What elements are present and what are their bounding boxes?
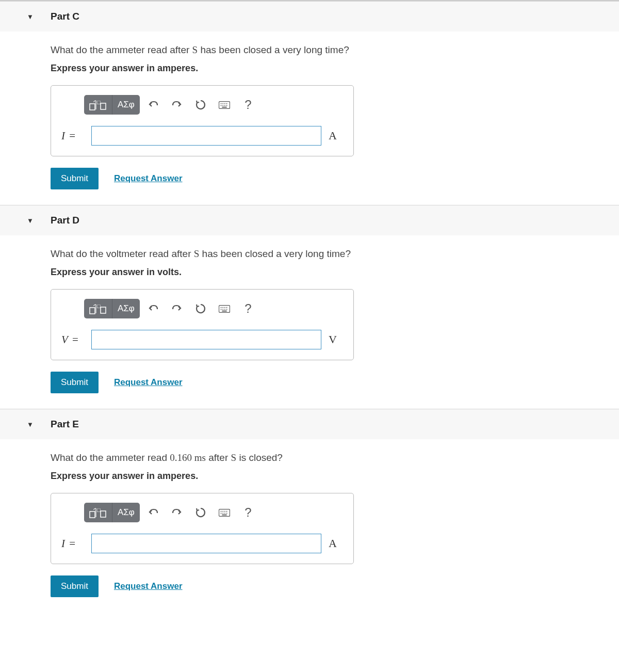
part-e-header[interactable]: ▼ Part E	[0, 409, 619, 439]
keyboard-button[interactable]	[214, 503, 235, 522]
redo-button[interactable]	[167, 503, 187, 522]
part-c: ▼ Part C What do the ammeter read after …	[0, 1, 619, 205]
svg-rect-13	[90, 308, 95, 314]
svg-point-17	[221, 307, 222, 308]
undo-button[interactable]	[143, 299, 164, 318]
submit-button[interactable]: Submit	[51, 372, 99, 393]
svg-rect-25	[222, 310, 226, 311]
svg-point-6	[224, 103, 225, 104]
part-e-answer-box: □ ΑΣφ ? I =	[51, 493, 354, 564]
svg-rect-28	[101, 511, 106, 517]
chevron-down-icon: ▼	[27, 13, 34, 21]
part-c-answer-input[interactable]	[91, 126, 321, 146]
redo-button[interactable]	[167, 299, 187, 318]
part-e-instruction: Express your answer in amperes.	[51, 471, 604, 482]
reset-button[interactable]	[190, 95, 211, 115]
part-c-title: Part C	[51, 11, 79, 22]
svg-point-36	[224, 513, 225, 514]
part-e-question: What do the ammeter read 0.160 ms after …	[51, 452, 604, 463]
symbols-button[interactable]: ΑΣφ	[112, 503, 140, 522]
svg-text:□: □	[97, 99, 101, 105]
svg-rect-26	[90, 511, 95, 518]
help-button[interactable]: ?	[238, 299, 258, 318]
svg-rect-0	[90, 104, 95, 110]
variable-label: I =	[61, 537, 84, 550]
request-answer-link[interactable]: Request Answer	[114, 581, 183, 591]
svg-point-24	[226, 309, 227, 310]
svg-rect-38	[222, 514, 226, 515]
part-c-question: What do the ammeter read after S has bee…	[51, 44, 604, 56]
part-e: ▼ Part E What do the ammeter read 0.160 …	[0, 409, 619, 613]
keyboard-button[interactable]	[214, 299, 235, 318]
svg-point-10	[224, 105, 225, 106]
part-d: ▼ Part D What do the voltmeter read afte…	[0, 205, 619, 409]
part-d-title: Part D	[51, 215, 79, 226]
svg-text:□: □	[97, 303, 101, 309]
keyboard-button[interactable]	[214, 95, 235, 115]
chevron-down-icon: ▼	[27, 217, 34, 225]
chevron-down-icon: ▼	[27, 421, 34, 428]
undo-button[interactable]	[143, 503, 164, 522]
symbols-button[interactable]: ΑΣφ	[112, 95, 140, 115]
svg-point-34	[221, 513, 222, 514]
part-d-answer-box: □ ΑΣφ ? V =	[51, 289, 354, 360]
svg-point-19	[224, 307, 225, 308]
request-answer-link[interactable]: Request Answer	[114, 173, 183, 184]
unit-label: A	[329, 129, 343, 142]
svg-point-21	[221, 309, 222, 310]
symbols-button[interactable]: ΑΣφ	[112, 299, 140, 318]
unit-label: A	[329, 537, 343, 550]
part-e-answer-input[interactable]	[91, 534, 321, 553]
templates-button[interactable]: □	[84, 503, 112, 522]
part-d-instruction: Express your answer in volts.	[51, 267, 604, 278]
part-d-question: What do the voltmeter read after S has b…	[51, 248, 604, 260]
svg-text:□: □	[97, 507, 101, 513]
part-c-header[interactable]: ▼ Part C	[0, 2, 619, 31]
svg-point-7	[226, 103, 227, 104]
svg-point-4	[221, 103, 222, 104]
part-d-header[interactable]: ▼ Part D	[0, 205, 619, 235]
help-button[interactable]: ?	[238, 95, 258, 115]
equation-toolbar: □ ΑΣφ ?	[84, 299, 343, 318]
submit-button[interactable]: Submit	[51, 168, 99, 189]
svg-rect-12	[222, 106, 226, 107]
svg-point-37	[226, 513, 227, 514]
svg-rect-2	[101, 103, 106, 109]
svg-point-9	[222, 105, 223, 106]
svg-point-20	[226, 307, 227, 308]
unit-label: V	[329, 333, 343, 346]
svg-point-31	[222, 510, 223, 511]
svg-point-22	[222, 309, 223, 310]
svg-point-32	[224, 510, 225, 511]
svg-point-35	[222, 513, 223, 514]
part-c-answer-box: □ ΑΣφ ? I =	[51, 85, 354, 156]
variable-label: V =	[61, 333, 84, 346]
part-d-answer-input[interactable]	[91, 330, 321, 349]
svg-rect-15	[101, 307, 106, 313]
equation-toolbar: □ ΑΣφ ?	[84, 503, 343, 522]
submit-button[interactable]: Submit	[51, 575, 99, 597]
undo-button[interactable]	[143, 95, 164, 115]
svg-point-23	[224, 309, 225, 310]
reset-button[interactable]	[190, 299, 211, 318]
templates-button[interactable]: □	[84, 299, 112, 318]
part-e-title: Part E	[51, 419, 79, 430]
svg-point-11	[226, 105, 227, 106]
svg-point-18	[222, 307, 223, 308]
equation-toolbar: □ ΑΣφ ?	[84, 95, 343, 115]
svg-point-30	[221, 510, 222, 511]
svg-point-8	[221, 105, 222, 106]
request-answer-link[interactable]: Request Answer	[114, 377, 183, 388]
reset-button[interactable]	[190, 503, 211, 522]
help-button[interactable]: ?	[238, 503, 258, 522]
part-c-instruction: Express your answer in amperes.	[51, 63, 604, 74]
variable-label: I =	[61, 130, 84, 142]
templates-button[interactable]: □	[84, 95, 112, 115]
svg-point-33	[226, 510, 227, 511]
svg-point-5	[222, 103, 223, 104]
redo-button[interactable]	[167, 95, 187, 115]
